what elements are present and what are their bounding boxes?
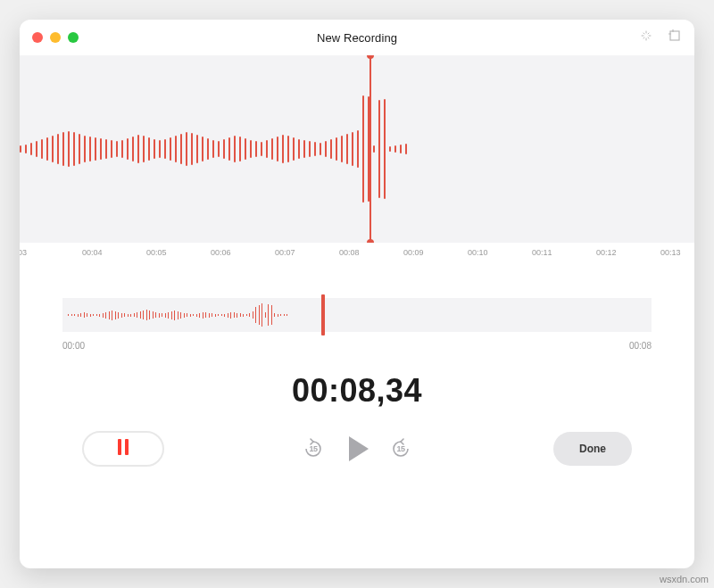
elapsed-time: 00:08,34 [20, 372, 694, 410]
waveform-bar [143, 136, 145, 162]
overview-bar [99, 314, 100, 317]
enhance-icon[interactable] [639, 29, 653, 46]
waveform-bar [389, 146, 391, 152]
play-icon [349, 436, 369, 461]
overview-bar [193, 314, 194, 316]
overview-bar [140, 311, 141, 319]
waveform-bar [111, 140, 112, 158]
overview-bar [155, 312, 156, 318]
timeline-tick: 00:10 [468, 248, 488, 257]
waveform-bar [373, 145, 375, 153]
overview-bar [90, 314, 91, 317]
overview-bar [80, 313, 81, 317]
overview-bar [246, 314, 247, 316]
overview-bar [130, 314, 131, 317]
overview-bar [103, 313, 104, 318]
overview-bar [159, 313, 160, 318]
waveform-bar [255, 141, 257, 157]
overview-bar [171, 311, 172, 319]
waveform-bar [341, 136, 343, 162]
overview-bar [74, 314, 75, 316]
overview-bar [162, 313, 162, 317]
overview-bar [134, 313, 135, 317]
waveform-bar [73, 132, 75, 166]
waveform-bar [228, 137, 230, 161]
overview-bar [262, 303, 262, 327]
waveform-bar [378, 100, 380, 198]
overview-bar [274, 313, 275, 317]
overview-playhead[interactable] [321, 294, 325, 335]
done-button[interactable]: Done [553, 432, 632, 466]
waveform-bar [405, 144, 407, 154]
app-window: New Recording 0300:0400:0500:0600:0700:0… [20, 20, 694, 568]
waveform-bar [362, 95, 364, 203]
overview-bar [237, 313, 237, 318]
waveform-bar [175, 136, 177, 162]
minimize-window-button[interactable] [50, 32, 61, 43]
overview-bar [230, 312, 231, 319]
waveform-bar [154, 139, 155, 159]
overview-bar [165, 313, 166, 318]
waveform-overview[interactable] [62, 298, 652, 332]
waveform-main[interactable] [20, 55, 694, 243]
waveform-bar [330, 139, 332, 159]
overview-bar [278, 314, 278, 317]
overview-bar [209, 313, 210, 318]
overview-bar [203, 312, 203, 319]
waveform-bar [400, 145, 402, 153]
waveform-bar [207, 138, 209, 160]
waveform-bar [95, 137, 96, 161]
center-controls: 15 15 [303, 436, 411, 461]
waveform-bar [46, 137, 48, 161]
waveform-bar [261, 142, 262, 156]
waveform-bar [223, 139, 225, 159]
overview-bar [109, 311, 110, 319]
waveform-bar [100, 138, 102, 160]
close-window-button[interactable] [32, 32, 43, 43]
overview-bar [143, 311, 144, 319]
overview-bar [146, 310, 147, 320]
skip-back-button[interactable]: 15 [303, 438, 324, 460]
skip-forward-button[interactable]: 15 [390, 438, 411, 460]
waveform-bar [314, 142, 316, 156]
waveform-bar [137, 135, 139, 163]
play-button[interactable] [345, 436, 369, 461]
overview-bar [249, 313, 250, 317]
pause-button[interactable] [82, 431, 164, 467]
waveform-bar [191, 133, 193, 165]
waveform-bar [298, 139, 300, 159]
overview-bar [96, 314, 97, 316]
overview-bar [234, 312, 235, 318]
overview-bar [121, 313, 122, 318]
playhead[interactable] [369, 55, 371, 243]
waveform-bar [271, 138, 273, 160]
waveform-bar [394, 145, 396, 153]
toolbar-right [639, 29, 682, 46]
overview-bar [105, 312, 106, 319]
overview-bar [178, 311, 178, 319]
overview-bar [286, 314, 287, 316]
overview-start-time: 00:00 [62, 341, 85, 351]
window-controls [32, 32, 79, 43]
waveform-bar [346, 134, 348, 164]
waveform-bar [20, 145, 21, 153]
waveform-bar [180, 134, 182, 164]
timeline-tick: 00:07 [275, 248, 295, 257]
skip-forward-seconds: 15 [396, 444, 404, 453]
overview-bar [168, 312, 169, 319]
waveform-bar [239, 137, 241, 161]
overview-bar [205, 312, 206, 318]
svg-rect-0 [670, 31, 679, 40]
overview-bar [218, 314, 219, 316]
waveform-bar [245, 138, 246, 160]
waveform-bar [234, 136, 236, 162]
waveform-bar [218, 141, 220, 157]
overview-bar [224, 314, 225, 317]
waveform-bar [282, 135, 284, 163]
trim-icon[interactable] [668, 29, 682, 46]
waveform-bar [336, 137, 337, 161]
maximize-window-button[interactable] [68, 32, 79, 43]
waveform-bar [132, 137, 134, 161]
overview-bar [243, 314, 244, 317]
overview-bar [124, 313, 125, 317]
